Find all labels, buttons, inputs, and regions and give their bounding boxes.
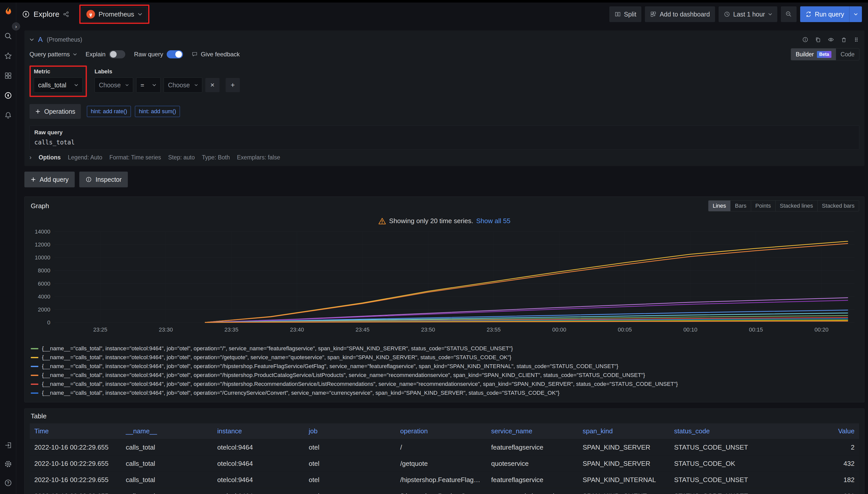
query-ref-id: A: [38, 36, 43, 44]
label-value-select[interactable]: Choose: [164, 77, 202, 93]
legend-item[interactable]: {__name__="calls_total", instance="otelc…: [31, 345, 858, 352]
sidebar-item-sign-in[interactable]: [3, 441, 13, 450]
grafana-logo-icon[interactable]: [2, 5, 14, 17]
datasource-picker[interactable]: Prometheus: [82, 7, 147, 22]
table-header-row: Time__name__instancejoboperationservice_…: [30, 423, 859, 439]
time-range-picker[interactable]: Last 1 hour: [719, 6, 777, 22]
chevron-down-icon: [138, 13, 142, 16]
sidebar-item-dashboards[interactable]: [3, 71, 13, 80]
query-patterns-label: Query patterns: [30, 51, 70, 58]
plus-icon: [35, 109, 41, 114]
show-all-series-link[interactable]: Show all 55: [476, 217, 510, 225]
column-header-time[interactable]: Time: [30, 423, 121, 439]
legend-item[interactable]: {__name__="calls_total", instance="otelc…: [31, 390, 858, 396]
collapse-query-icon[interactable]: [30, 38, 34, 41]
graph-mode-points[interactable]: Points: [751, 200, 776, 211]
hint-button-1[interactable]: hint: add rate(): [87, 106, 131, 117]
add-to-dashboard-button[interactable]: Add to dashboard: [645, 6, 715, 22]
hint-button-2[interactable]: hint: add sum(): [135, 106, 180, 117]
query-patterns-dropdown[interactable]: Query patterns: [30, 51, 77, 58]
column-header-instance[interactable]: instance: [213, 423, 304, 439]
legend-item[interactable]: {__name__="calls_total", instance="otelc…: [31, 363, 858, 369]
add-label-button[interactable]: +: [225, 78, 240, 92]
duplicate-query-icon[interactable]: [815, 36, 821, 43]
chevron-down-icon: [768, 13, 772, 16]
label-operator-select[interactable]: =: [136, 77, 161, 93]
editor-mode-builder[interactable]: Builder Beta: [791, 49, 836, 60]
inspector-label: Inspector: [95, 176, 122, 183]
svg-text:00:10: 00:10: [683, 326, 697, 333]
table-cell: SPAN_KIND_SERVER: [578, 440, 670, 455]
table-cell: 621: [761, 489, 859, 494]
table-cell: featureflagservice: [487, 440, 578, 455]
add-query-button[interactable]: Add query: [24, 172, 75, 187]
give-feedback-button[interactable]: Give feedback: [192, 51, 240, 58]
options-chevron-icon[interactable]: ›: [30, 154, 32, 161]
remove-query-trash-icon[interactable]: [840, 36, 847, 43]
dashboards-grid-icon: [4, 72, 12, 80]
column-header-job[interactable]: job: [304, 423, 396, 439]
svg-text:4000: 4000: [38, 293, 50, 300]
column-header-operation[interactable]: operation: [396, 423, 487, 439]
prometheus-logo-icon: [86, 10, 95, 19]
table-cell: SPAN_KIND_INTERNAL: [578, 472, 670, 488]
column-header-span-kind[interactable]: span_kind: [578, 423, 670, 439]
sidebar-item-help[interactable]: ?: [3, 478, 13, 488]
table-cell: otel: [304, 440, 396, 455]
chevron-down-icon: [73, 53, 77, 56]
raw-query-toggle-label: Raw query: [134, 51, 163, 58]
raw-query-toggle[interactable]: [167, 50, 183, 58]
graph-mode-stacked-lines[interactable]: Stacked lines: [775, 200, 818, 211]
table-cell: otelcol:9464: [213, 440, 304, 455]
svg-text:6000: 6000: [38, 281, 50, 287]
svg-text:23:40: 23:40: [290, 326, 304, 333]
column-header-service-name[interactable]: service_name: [487, 423, 578, 439]
column-header-value[interactable]: Value: [761, 423, 859, 439]
sidebar-item-favorites[interactable]: [3, 51, 13, 60]
table-cell: 182: [761, 472, 859, 488]
sidebar-item-explore[interactable]: [3, 91, 13, 100]
table-cell: otel: [304, 472, 396, 488]
table-cell: /hipstershop.ProductCatalogS...: [396, 489, 487, 494]
table-cell: otel: [304, 489, 396, 494]
inspector-button[interactable]: Inspector: [79, 172, 128, 187]
explain-label: Explain: [86, 51, 106, 58]
hint-group: hint: add rate()hint: add sum(): [87, 106, 180, 117]
drag-handle-icon[interactable]: [853, 36, 860, 43]
graph-mode-stacked-bars[interactable]: Stacked bars: [817, 200, 859, 211]
table-cell: otelcol:9464: [213, 489, 304, 494]
chevron-down-icon: [125, 84, 129, 86]
remove-label-button[interactable]: ×: [205, 78, 219, 92]
hide-query-eye-icon[interactable]: [827, 36, 834, 43]
table-head: Time__name__instancejoboperationservice_…: [30, 423, 859, 439]
explain-toggle[interactable]: [109, 50, 125, 58]
sidebar-item-configuration[interactable]: [3, 459, 13, 469]
metric-select[interactable]: calls_total: [34, 77, 83, 93]
run-query-dropdown[interactable]: [849, 6, 862, 22]
column-header-status-code[interactable]: status_code: [670, 423, 761, 439]
graph-mode-lines[interactable]: Lines: [708, 200, 731, 211]
sidebar-item-alerting[interactable]: [3, 111, 13, 120]
add-operation-button[interactable]: Operations: [30, 104, 81, 119]
options-label[interactable]: Options: [39, 154, 61, 161]
legend-item[interactable]: {__name__="calls_total", instance="otelc…: [31, 372, 858, 379]
legend-item[interactable]: {__name__="calls_total", instance="otelc…: [31, 354, 858, 361]
sidebar-item-search[interactable]: [3, 32, 13, 41]
table-cell: otelcol:9464: [213, 456, 304, 471]
column-header--name-[interactable]: __name__: [121, 423, 213, 439]
run-query-button[interactable]: Run query: [800, 6, 862, 22]
share-icon[interactable]: [63, 11, 69, 17]
table-cell: featureflagservice: [487, 472, 578, 488]
sidebar-expand-button[interactable]: ›: [12, 22, 20, 31]
editor-mode-code[interactable]: Code: [836, 49, 859, 60]
legend-item[interactable]: {__name__="calls_total", instance="otelc…: [31, 381, 858, 387]
split-button[interactable]: Split: [609, 6, 641, 22]
graph-legend: {__name__="calls_total", instance="otelc…: [25, 343, 864, 402]
graph-mode-bars[interactable]: Bars: [730, 200, 751, 211]
datasource-name: Prometheus: [98, 11, 134, 18]
zoom-out-time-button[interactable]: [781, 6, 797, 22]
timeseries-chart[interactable]: 23:2523:3023:3523:4023:4523:5023:5500:00…: [29, 228, 860, 343]
legend-swatch: [31, 375, 38, 376]
label-key-select[interactable]: Choose: [94, 77, 133, 93]
query-help-icon[interactable]: [802, 36, 809, 43]
